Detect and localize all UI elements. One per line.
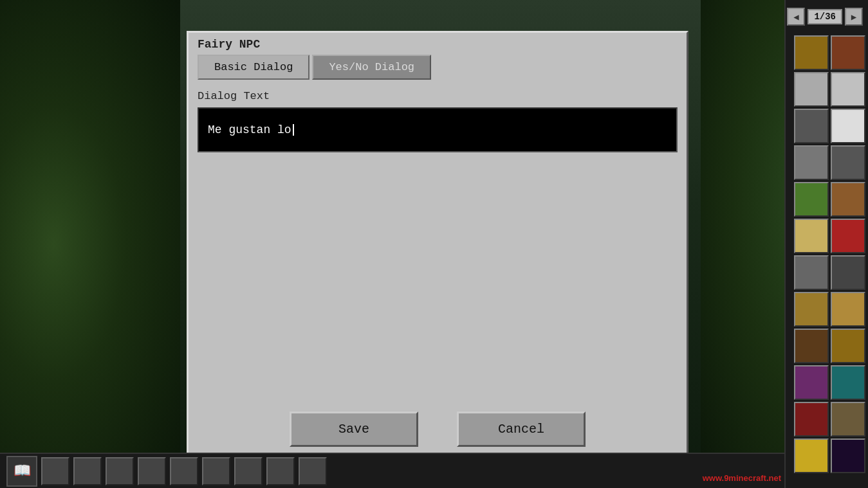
hotbar-slot-7[interactable] xyxy=(234,457,263,485)
inv-slot-18[interactable] xyxy=(831,329,865,363)
hotbar-slot-2[interactable] xyxy=(73,457,102,485)
inv-slot-20[interactable] xyxy=(831,365,865,400)
inv-slot-7[interactable] xyxy=(794,145,829,180)
dialog-title: Fairy NPC xyxy=(189,33,687,55)
inv-slot-2[interactable] xyxy=(831,35,865,70)
book-icon: 📖 xyxy=(14,462,31,480)
inventory-panel: ◀ 1/36 ▶ xyxy=(784,0,868,488)
inv-slot-15[interactable] xyxy=(794,292,829,327)
inv-slot-19[interactable] xyxy=(794,365,829,400)
dialog-text-value: Me gustan lo xyxy=(208,123,291,136)
save-button[interactable]: Save xyxy=(290,411,418,447)
book-slot[interactable]: 📖 xyxy=(6,456,37,487)
npc-dialog-window: Fairy NPC Basic Dialog Yes/No Dialog Dia… xyxy=(187,31,688,468)
hotbar-slot-3[interactable] xyxy=(106,457,134,485)
bg-left-forest xyxy=(0,0,180,488)
pagination: ◀ 1/36 ▶ xyxy=(787,8,863,26)
dialog-text-label: Dialog Text xyxy=(189,90,687,107)
inv-slot-1[interactable] xyxy=(794,35,829,70)
hotbar-slot-1[interactable] xyxy=(41,457,69,485)
next-page-button[interactable]: ▶ xyxy=(845,8,863,26)
tab-bar: Basic Dialog Yes/No Dialog xyxy=(189,55,687,80)
hotbar-slot-8[interactable] xyxy=(266,457,295,485)
inv-slot-13[interactable] xyxy=(794,255,829,290)
prev-page-button[interactable]: ◀ xyxy=(787,8,805,26)
inv-slot-23[interactable] xyxy=(794,438,829,473)
text-cursor xyxy=(293,124,294,136)
inv-slot-9[interactable] xyxy=(794,182,829,217)
inventory-grid xyxy=(794,35,865,473)
inv-slot-5[interactable] xyxy=(794,109,829,143)
hotbar-slot-9[interactable] xyxy=(299,457,327,485)
tab-basic-dialog[interactable]: Basic Dialog xyxy=(198,55,309,80)
hotbar-slot-6[interactable] xyxy=(202,457,230,485)
inv-slot-11[interactable] xyxy=(794,219,829,253)
inv-slot-12[interactable] xyxy=(831,219,865,253)
inv-slot-24[interactable] xyxy=(831,438,865,473)
inv-slot-10[interactable] xyxy=(831,182,865,217)
inv-slot-21[interactable] xyxy=(794,402,829,437)
bottom-hotbar: 📖 xyxy=(0,453,784,488)
tab-yesno-dialog[interactable]: Yes/No Dialog xyxy=(312,55,431,80)
inv-slot-14[interactable] xyxy=(831,255,865,290)
hotbar-slot-5[interactable] xyxy=(170,457,198,485)
inv-slot-4[interactable] xyxy=(831,72,865,107)
inv-slot-8[interactable] xyxy=(831,145,865,180)
hotbar-slot-4[interactable] xyxy=(138,457,166,485)
inv-slot-22[interactable] xyxy=(831,402,865,437)
inv-slot-16[interactable] xyxy=(831,292,865,327)
inv-slot-17[interactable] xyxy=(794,329,829,363)
dialog-text-input[interactable]: Me gustan lo xyxy=(198,107,678,152)
inv-slot-6[interactable] xyxy=(831,109,865,143)
page-indicator: 1/36 xyxy=(808,9,842,24)
dialog-buttons: Save Cancel xyxy=(189,411,687,447)
inv-slot-3[interactable] xyxy=(794,72,829,107)
watermark: www.9minecraft.net xyxy=(703,473,781,483)
cancel-button[interactable]: Cancel xyxy=(457,411,586,447)
